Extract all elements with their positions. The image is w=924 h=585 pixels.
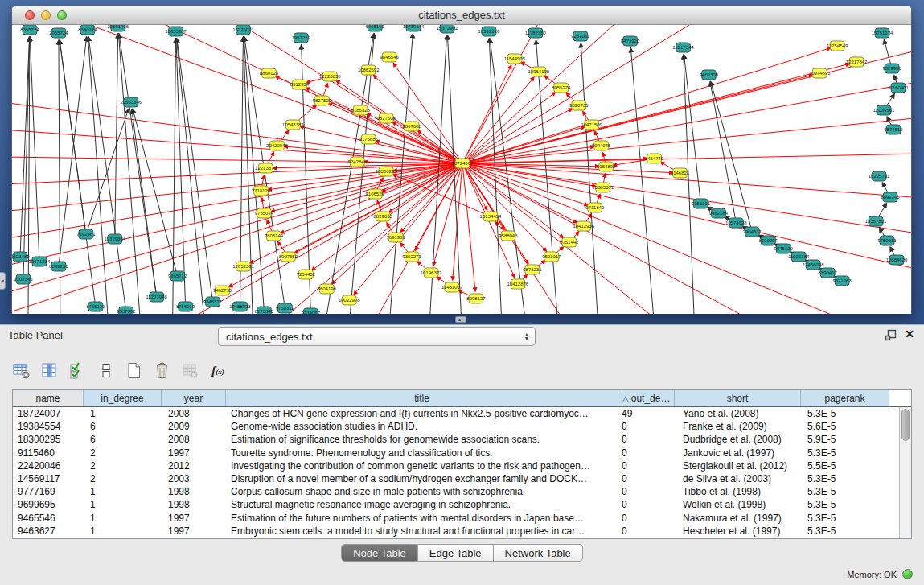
graph-node[interactable]: 2055724 — [49, 28, 68, 38]
table-cell[interactable]: 9699695 — [13, 498, 84, 511]
graph-node[interactable]: 10196372 — [421, 268, 442, 278]
graph-node[interactable]: 20553346 — [120, 97, 142, 107]
graph-node[interactable]: 11782350 — [525, 28, 547, 38]
table-row[interactable]: 946554611997Estimation of the future num… — [13, 512, 911, 525]
table-row[interactable]: 946362711997Embryonic stem cells: a mode… — [13, 525, 911, 538]
import-table-icon[interactable] — [181, 361, 199, 379]
graph-node[interactable]: 9827508 — [377, 113, 396, 123]
table-cell[interactable]: 2009 — [162, 420, 226, 433]
graph-node[interactable]: 10329854 — [104, 234, 125, 244]
graph-node[interactable]: 10974893 — [809, 68, 831, 78]
table-cell[interactable]: Changes of HCN gene expression and I(f) … — [226, 407, 618, 420]
graph-node[interactable]: 10964198 — [528, 67, 550, 76]
graph-node[interactable]: 8955274 — [552, 83, 571, 93]
graph-node[interactable]: 9154892 — [597, 162, 616, 171]
table-cell[interactable]: Tibbo et al. (1998) — [675, 485, 801, 498]
table-cell[interactable]: 1997 — [162, 525, 226, 538]
graph-node[interactable]: 22420046 — [266, 141, 288, 150]
table-cell[interactable]: 1 — [84, 525, 162, 538]
graph-node[interactable]: 10022978 — [339, 295, 360, 305]
graph-node[interactable]: 9102345 — [14, 274, 33, 284]
west-panel-handle[interactable]: ◂ — [0, 272, 6, 290]
graph-node[interactable]: 15751074 — [872, 28, 893, 38]
table-cell[interactable]: 18300295 — [13, 433, 84, 446]
graph-node[interactable]: 16592310 — [478, 27, 500, 36]
table-cell[interactable]: Estimation of the future numbers of pati… — [226, 512, 618, 525]
column-header-out_de[interactable]: △out_de… — [618, 390, 675, 406]
graph-node[interactable]: 8273645 — [255, 307, 274, 314]
table-cell[interactable]: 0 — [618, 512, 675, 525]
tab-network-table[interactable]: Network Table — [494, 544, 583, 562]
table-cell[interactable]: 2008 — [162, 433, 226, 446]
graph-node[interactable]: 15276021 — [232, 25, 254, 35]
scrollbar-thumb[interactable] — [901, 409, 910, 441]
graph-node[interactable]: 10671234 — [29, 257, 51, 266]
graph-node[interactable]: 8604198 — [318, 284, 337, 294]
table-selector-dropdown[interactable]: citations_edges.txt ▲▼ — [218, 327, 536, 346]
table-cell[interactable]: 5.3E-5 — [801, 447, 889, 459]
graph-node[interactable]: 9302271 — [402, 252, 421, 262]
table-cell[interactable]: 5.3E-5 — [801, 498, 889, 511]
graph-node[interactable]: 9044045 — [592, 141, 611, 150]
graph-node[interactable]: 8891245 — [881, 192, 900, 202]
table-cell[interactable]: 22420046 — [13, 459, 84, 472]
table-cell[interactable]: 1998 — [162, 498, 226, 511]
row-height-icon[interactable] — [97, 361, 114, 379]
table-cell[interactable]: Estimation of significance thresholds fo… — [226, 433, 618, 446]
graph-node[interactable]: 9462300 — [700, 70, 719, 80]
graph-node[interactable]: 9874512 — [884, 125, 903, 134]
graph-node[interactable]: 10225791 — [869, 171, 890, 181]
graph-node[interactable]: 9234067 — [302, 308, 321, 314]
graph-node[interactable]: 9106529 — [366, 189, 385, 199]
graph-node[interactable]: 12034561 — [873, 105, 895, 115]
memory-status-dot[interactable] — [902, 569, 913, 579]
table-cell[interactable]: 0 — [618, 420, 675, 433]
table-cell[interactable]: 6 — [84, 433, 162, 446]
graph-node[interactable]: 10543382 — [282, 120, 304, 130]
table-cell[interactable]: Tourette syndrome. Phenomenology and cla… — [226, 447, 618, 459]
graph-node[interactable]: 6466160 — [366, 25, 385, 31]
table-cell[interactable]: 1 — [84, 512, 162, 525]
column-header-name[interactable]: name — [13, 390, 84, 406]
graph-node[interactable]: 8610294 — [759, 236, 778, 245]
graph-node[interactable]: 9587302 — [117, 307, 136, 314]
graph-node[interactable]: 9146821 — [671, 168, 690, 178]
graph-node[interactable]: 8330274 — [78, 25, 97, 35]
graph-node[interactable]: 8756019 — [176, 302, 195, 311]
table-cell[interactable]: 1 — [84, 485, 162, 498]
table-cell[interactable]: 9463627 — [13, 525, 84, 538]
table-cell[interactable]: Jankovic et al. (1997) — [675, 447, 801, 459]
graph-node[interactable]: 15885301 — [592, 183, 614, 192]
graph-node[interactable]: 9876231 — [523, 265, 542, 274]
graph-node[interactable]: 7957222 — [292, 33, 311, 43]
table-cell[interactable]: 0 — [618, 459, 675, 472]
graph-node[interactable]: 11254549 — [827, 41, 848, 51]
graph-node[interactable]: 8927552 — [279, 252, 298, 262]
function-builder-icon[interactable]: f(x) — [209, 361, 227, 379]
graph-node[interactable]: 8829655 — [374, 212, 393, 221]
table-cell[interactable]: Embryonic stem cells: a model to study s… — [226, 525, 618, 538]
table-row[interactable]: 977716911998Corpus callosum shape and si… — [13, 485, 911, 498]
table-cell[interactable]: Wolkin et al. (1998) — [675, 498, 801, 511]
graph-node[interactable]: 9711849 — [585, 203, 605, 212]
table-cell[interactable]: Hescheler et al. (1997) — [675, 525, 801, 538]
graph-node[interactable]: 12217847 — [846, 57, 868, 67]
table-cell[interactable]: 5.3E-5 — [801, 485, 889, 498]
graph-node[interactable]: 8860123 — [260, 68, 279, 78]
graph-node[interactable]: 7692481 — [76, 229, 96, 239]
table-cell[interactable]: 2008 — [162, 407, 226, 420]
table-cell[interactable]: 5.5E-5 — [801, 459, 889, 472]
table-row[interactable]: 1872400712008Changes of HCN gene express… — [13, 407, 911, 420]
table-cell[interactable]: 19384554 — [13, 420, 84, 433]
table-cell[interactable]: Dudbridge et al. (2008) — [675, 433, 801, 446]
column-header-year[interactable]: year — [162, 390, 226, 406]
graph-node[interactable]: 9571263 — [833, 276, 852, 286]
graph-node[interactable]: 8998127 — [466, 294, 486, 303]
table-cell[interactable]: 0 — [618, 433, 675, 446]
table-cell[interactable]: Structural magnetic resonance image aver… — [226, 498, 618, 511]
table-cell[interactable]: 0 — [618, 525, 675, 538]
table-cell[interactable]: 0 — [618, 472, 675, 485]
new-table-icon[interactable] — [125, 361, 142, 379]
graph-node[interactable]: 8751442 — [560, 237, 579, 247]
graph-node[interactable]: 8473920 — [621, 36, 640, 46]
